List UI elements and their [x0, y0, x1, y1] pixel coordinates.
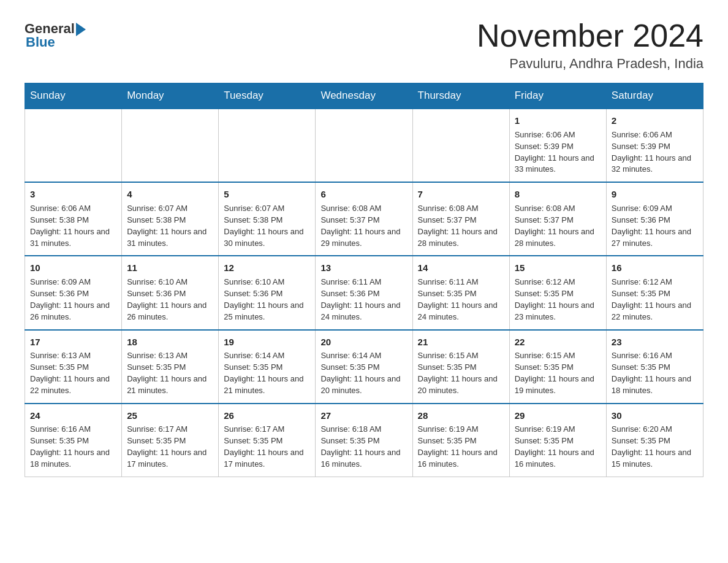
- day-info-line: Sunrise: 6:09 AM: [30, 277, 116, 288]
- logo-blue-text: Blue: [25, 34, 55, 50]
- day-cell-30: 30Sunrise: 6:20 AMSunset: 5:35 PMDayligh…: [606, 404, 703, 477]
- day-info-line: Daylight: 11 hours and 31 minutes.: [30, 226, 116, 250]
- day-cell-15: 15Sunrise: 6:12 AMSunset: 5:35 PMDayligh…: [509, 256, 606, 329]
- day-info-line: Daylight: 11 hours and 24 minutes.: [320, 300, 407, 323]
- day-info-line: Daylight: 11 hours and 17 minutes.: [224, 447, 310, 470]
- day-info-line: Sunrise: 6:13 AM: [127, 350, 213, 362]
- day-info-line: Sunrise: 6:16 AM: [30, 424, 116, 435]
- week-row-3: 10Sunrise: 6:09 AMSunset: 5:36 PMDayligh…: [25, 256, 703, 329]
- day-info-line: Sunrise: 6:09 AM: [612, 203, 698, 215]
- calendar-table: SundayMondayTuesdayWednesdayThursdayFrid…: [25, 83, 703, 477]
- day-info-line: Daylight: 11 hours and 28 minutes.: [418, 226, 504, 250]
- day-cell-10: 10Sunrise: 6:09 AMSunset: 5:36 PMDayligh…: [25, 256, 122, 329]
- day-info-line: Sunrise: 6:18 AM: [320, 424, 407, 435]
- day-info-line: Daylight: 11 hours and 32 minutes.: [612, 153, 698, 176]
- day-number: 24: [30, 409, 116, 423]
- day-info-line: Sunset: 5:35 PM: [612, 288, 698, 300]
- day-info-line: Daylight: 11 hours and 30 minutes.: [224, 226, 310, 250]
- day-info-line: Sunrise: 6:06 AM: [612, 129, 698, 141]
- day-number: 22: [515, 335, 601, 349]
- day-number: 15: [515, 261, 601, 275]
- day-info-line: Daylight: 11 hours and 18 minutes.: [30, 447, 116, 470]
- day-info-line: Daylight: 11 hours and 27 minutes.: [612, 226, 698, 250]
- day-info-line: Sunset: 5:35 PM: [224, 435, 310, 447]
- day-info-line: Sunset: 5:38 PM: [127, 215, 213, 226]
- day-info-line: Sunset: 5:35 PM: [30, 362, 116, 373]
- day-cell-4: 4Sunrise: 6:07 AMSunset: 5:38 PMDaylight…: [122, 182, 219, 256]
- day-number: 9: [612, 188, 698, 201]
- day-info-line: Daylight: 11 hours and 31 minutes.: [127, 226, 213, 250]
- week-row-1: 1Sunrise: 6:06 AMSunset: 5:39 PMDaylight…: [25, 109, 703, 182]
- day-info-line: Daylight: 11 hours and 29 minutes.: [320, 226, 407, 250]
- empty-cell: [25, 109, 122, 182]
- column-header-sunday: Sunday: [25, 83, 122, 109]
- empty-cell: [316, 109, 412, 182]
- day-info-line: Sunrise: 6:07 AM: [224, 203, 310, 215]
- day-info-line: Daylight: 11 hours and 21 minutes.: [127, 373, 213, 397]
- day-info-line: Sunset: 5:35 PM: [418, 362, 504, 373]
- day-info-line: Sunset: 5:37 PM: [515, 215, 601, 226]
- day-info-line: Daylight: 11 hours and 17 minutes.: [127, 447, 213, 470]
- column-header-friday: Friday: [509, 83, 606, 109]
- day-info-line: Daylight: 11 hours and 26 minutes.: [30, 300, 116, 323]
- day-number: 8: [515, 188, 601, 201]
- day-info-line: Sunrise: 6:17 AM: [224, 424, 310, 435]
- day-info-line: Sunset: 5:39 PM: [515, 141, 601, 153]
- day-info-line: Sunset: 5:35 PM: [30, 435, 116, 447]
- day-info-line: Sunrise: 6:15 AM: [418, 350, 504, 362]
- day-info-line: Sunset: 5:35 PM: [515, 435, 601, 447]
- day-info-line: Sunset: 5:35 PM: [418, 435, 504, 447]
- day-info-line: Sunrise: 6:14 AM: [320, 350, 407, 362]
- day-info-line: Sunset: 5:36 PM: [224, 288, 310, 300]
- day-info-line: Sunset: 5:35 PM: [418, 288, 504, 300]
- day-info-line: Sunrise: 6:13 AM: [30, 350, 116, 362]
- day-number: 28: [418, 409, 504, 423]
- day-info-line: Sunrise: 6:14 AM: [224, 350, 310, 362]
- day-info-line: Daylight: 11 hours and 28 minutes.: [515, 226, 601, 250]
- day-info-line: Sunset: 5:35 PM: [515, 288, 601, 300]
- day-number: 7: [418, 188, 504, 201]
- day-number: 27: [320, 409, 407, 423]
- day-cell-27: 27Sunrise: 6:18 AMSunset: 5:35 PMDayligh…: [316, 404, 412, 477]
- calendar-header-row: SundayMondayTuesdayWednesdayThursdayFrid…: [25, 83, 703, 109]
- day-cell-1: 1Sunrise: 6:06 AMSunset: 5:39 PMDaylight…: [509, 109, 606, 182]
- day-info-line: Sunrise: 6:08 AM: [418, 203, 504, 215]
- day-info-line: Sunrise: 6:11 AM: [418, 277, 504, 288]
- day-cell-18: 18Sunrise: 6:13 AMSunset: 5:35 PMDayligh…: [122, 330, 219, 404]
- day-number: 3: [30, 188, 116, 201]
- day-info-line: Daylight: 11 hours and 21 minutes.: [224, 373, 310, 397]
- day-info-line: Sunrise: 6:19 AM: [418, 424, 504, 435]
- day-info-line: Daylight: 11 hours and 18 minutes.: [612, 373, 698, 397]
- column-header-saturday: Saturday: [606, 83, 703, 109]
- day-number: 26: [224, 409, 310, 423]
- day-info-line: Daylight: 11 hours and 33 minutes.: [515, 153, 601, 176]
- day-number: 6: [320, 188, 407, 201]
- day-cell-12: 12Sunrise: 6:10 AMSunset: 5:36 PMDayligh…: [219, 256, 316, 329]
- day-info-line: Sunrise: 6:11 AM: [320, 277, 407, 288]
- month-title: November 2024: [477, 18, 703, 53]
- day-number: 23: [612, 335, 698, 349]
- day-info-line: Daylight: 11 hours and 22 minutes.: [612, 300, 698, 323]
- day-cell-29: 29Sunrise: 6:19 AMSunset: 5:35 PMDayligh…: [509, 404, 606, 477]
- day-info-line: Daylight: 11 hours and 19 minutes.: [515, 373, 601, 397]
- day-info-line: Sunset: 5:35 PM: [127, 435, 213, 447]
- week-row-4: 17Sunrise: 6:13 AMSunset: 5:35 PMDayligh…: [25, 330, 703, 404]
- day-info-line: Sunrise: 6:08 AM: [515, 203, 601, 215]
- day-info-line: Sunset: 5:35 PM: [515, 362, 601, 373]
- day-info-line: Daylight: 11 hours and 22 minutes.: [30, 373, 116, 397]
- day-cell-3: 3Sunrise: 6:06 AMSunset: 5:38 PMDaylight…: [25, 182, 122, 256]
- day-info-line: Daylight: 11 hours and 24 minutes.: [418, 300, 504, 323]
- day-cell-17: 17Sunrise: 6:13 AMSunset: 5:35 PMDayligh…: [25, 330, 122, 404]
- day-cell-2: 2Sunrise: 6:06 AMSunset: 5:39 PMDaylight…: [606, 109, 703, 182]
- day-cell-5: 5Sunrise: 6:07 AMSunset: 5:38 PMDaylight…: [219, 182, 316, 256]
- day-info-line: Sunset: 5:35 PM: [612, 435, 698, 447]
- empty-cell: [219, 109, 316, 182]
- day-info-line: Daylight: 11 hours and 26 minutes.: [127, 300, 213, 323]
- day-number: 2: [612, 114, 698, 128]
- day-cell-21: 21Sunrise: 6:15 AMSunset: 5:35 PMDayligh…: [412, 330, 509, 404]
- day-info-line: Sunrise: 6:06 AM: [30, 203, 116, 215]
- day-number: 14: [418, 261, 504, 275]
- day-info-line: Daylight: 11 hours and 25 minutes.: [224, 300, 310, 323]
- day-cell-14: 14Sunrise: 6:11 AMSunset: 5:35 PMDayligh…: [412, 256, 509, 329]
- day-info-line: Sunrise: 6:12 AM: [515, 277, 601, 288]
